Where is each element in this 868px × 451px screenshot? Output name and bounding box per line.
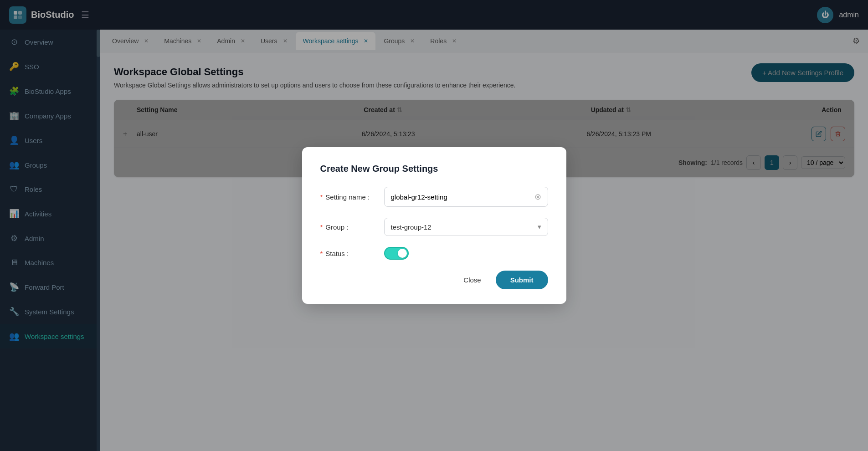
setting-name-label: * Setting name :: [320, 193, 384, 201]
status-toggle-wrap: [384, 247, 409, 260]
group-label: * Group :: [320, 223, 384, 231]
group-select[interactable]: test-group-12 ▾: [384, 218, 548, 236]
clear-setting-name-button[interactable]: ⊗: [534, 192, 541, 202]
status-toggle[interactable]: [384, 247, 409, 260]
setting-name-row: * Setting name : ⊗: [320, 187, 548, 207]
group-selected-value: test-group-12: [391, 223, 431, 231]
setting-name-input[interactable]: [391, 193, 534, 201]
setting-name-field[interactable]: ⊗: [384, 187, 548, 207]
modal-title: Create New Group Settings: [320, 164, 548, 174]
group-row: * Group : test-group-12 ▾: [320, 218, 548, 236]
toggle-track: [384, 247, 409, 260]
status-row: * Status :: [320, 247, 548, 260]
submit-modal-button[interactable]: Submit: [496, 271, 548, 289]
group-chevron-icon: ▾: [538, 223, 541, 231]
close-modal-button[interactable]: Close: [454, 271, 490, 289]
toggle-thumb: [398, 249, 407, 258]
required-star-2: *: [320, 223, 323, 231]
modal-footer: Close Submit: [320, 271, 548, 289]
modal-overlay: Create New Group Settings * Setting name…: [0, 0, 868, 451]
create-group-settings-modal: Create New Group Settings * Setting name…: [302, 147, 566, 304]
required-star-3: *: [320, 250, 323, 257]
required-star-1: *: [320, 193, 323, 201]
status-label: * Status :: [320, 250, 384, 257]
